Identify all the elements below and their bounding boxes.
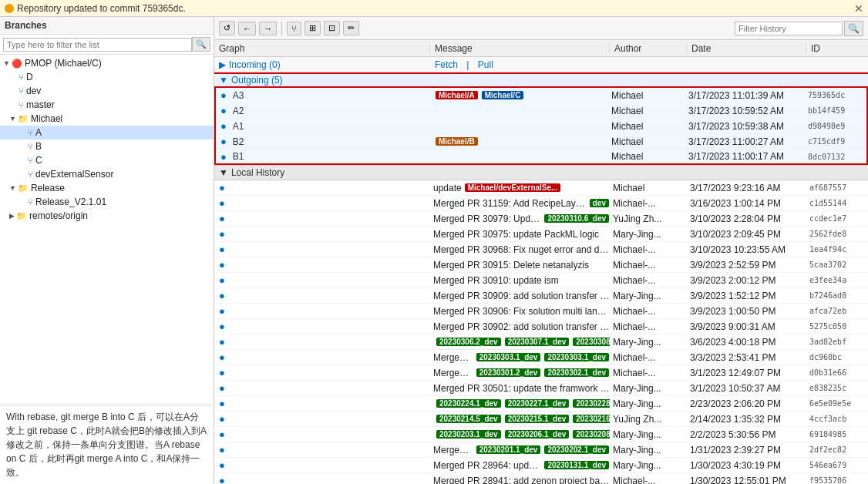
sidebar-item-devext[interactable]: ⑂ devExternalSensor xyxy=(0,167,214,181)
date-cell: 3/17/2023 11:00:17 AM xyxy=(685,151,805,162)
sidebar-item-release-v2[interactable]: ⑂ Release_V2.1.01 xyxy=(0,195,214,209)
branch-filter-input[interactable] xyxy=(3,38,192,52)
table-row[interactable]: ● A3 Michael/A Michael/C Michael 3/17/20… xyxy=(216,88,866,103)
expand-icon: ▶ xyxy=(9,212,15,220)
graph-cell: ● xyxy=(214,398,430,409)
author-cell: Mary-Jing... xyxy=(610,398,687,409)
table-row[interactable]: ● Merged PR 28941: add zenon project bac… xyxy=(214,473,868,484)
sidebar-item-d[interactable]: ⑂ D xyxy=(0,70,214,84)
branch-filter-button[interactable]: 🔍 xyxy=(192,37,210,52)
id-cell: 69184985 xyxy=(806,430,868,439)
expand-icon: ▼ xyxy=(9,184,16,192)
table-row[interactable]: ● Merged PR 30902: add solution transfer… xyxy=(214,319,868,334)
table-row[interactable]: ● Merge... 20230214.5_dev 20230215.1_dev… xyxy=(214,412,868,427)
close-button[interactable]: ✕ xyxy=(854,3,863,14)
branch-tag: 20230303.1_dev xyxy=(476,353,541,361)
incoming-expand[interactable]: ▶ Incoming (0) xyxy=(214,59,430,70)
table-row[interactable]: ● B2 Michael/B Michael 3/17/2023 11:00:2… xyxy=(216,134,866,150)
grid-button[interactable]: ⊞ xyxy=(304,21,321,35)
date-cell: 3/10/2023 2:09:45 PM xyxy=(687,229,806,240)
table-row[interactable]: ● Merged PR 30968: Fix nuget error and d… xyxy=(214,242,868,257)
msg-cell: Merged PR 30902: add solution transfer f… xyxy=(430,321,610,332)
date-cell: 3/10/2023 10:23:55 AM xyxy=(687,244,806,255)
table-row[interactable]: ● Merged PR 30979: Update ism 20230310.6… xyxy=(214,211,868,227)
graph-cell: ● xyxy=(214,429,430,440)
branch-tag: 20230308.1_dev xyxy=(573,338,610,346)
date-cell: 3/17/2023 11:00:27 AM xyxy=(685,136,805,147)
graph-cell: ● xyxy=(214,351,430,363)
msg-cell: Merged PR 30975: update PackML logic xyxy=(430,229,610,240)
date-cell: 3/16/2023 1:00:14 PM xyxy=(687,198,806,209)
sidebar-item-michael-folder[interactable]: ▼ 📁 Michael xyxy=(0,112,214,126)
date-cell: 3/17/2023 11:01:39 AM xyxy=(685,90,805,101)
branch-icon: ⑂ xyxy=(19,86,24,96)
sidebar-item-a[interactable]: ⑂ A xyxy=(0,126,214,139)
id-cell: 546ea679 xyxy=(806,461,868,469)
table-row[interactable]: ● Merged PR 28964: update datamap 202301… xyxy=(214,458,868,473)
table-row[interactable]: ● Merged PR 29038: Add licenses 20230201… xyxy=(214,442,868,458)
graph-cell: ● A2 xyxy=(216,105,432,116)
sidebar-item-master[interactable]: ⑂ master xyxy=(0,98,214,112)
table-row[interactable]: ● Merged PR 30909: add solution transfer… xyxy=(214,288,868,304)
branch-tag: 20230214.5_dev xyxy=(436,415,501,423)
sidebar-item-remotes[interactable]: ▶ 📁 remotes/origin xyxy=(0,209,214,223)
grid2-button[interactable]: ⊡ xyxy=(324,21,340,35)
table-row[interactable]: ● Merged PR 30915: Delete netanalyzis Mi… xyxy=(214,257,868,273)
sidebar-item-release-folder[interactable]: ▼ 📁 Release xyxy=(0,181,214,195)
sidebar-tree: ▼ 🔴 PMOP (Michael/C) ⑂ D ⑂ dev ⑂ master xyxy=(0,55,214,405)
table-row[interactable]: ● B1 Michael 3/17/2023 11:00:17 AM 8dc07… xyxy=(216,150,866,165)
graph-cell: ● xyxy=(214,367,430,378)
title-bar-message: Repository updated to commit 759365dc. xyxy=(17,3,186,14)
table-row[interactable]: ● Merged PR 30975: update PackML logic M… xyxy=(214,227,868,242)
sidebar-item-b[interactable]: ⑂ B xyxy=(0,139,214,153)
commits-container: ▼ Outgoing (5) ● A3 Michael/A Michael/C xyxy=(214,72,868,484)
table-row[interactable]: ● Merge... 20230224.1_dev 20230227.1_dev… xyxy=(214,396,868,412)
graph-cell: ● xyxy=(214,444,430,455)
msg-cell: update Michael/devExternalSe... xyxy=(430,183,610,193)
id-cell: 3ad82ebf xyxy=(806,338,868,346)
pull-link[interactable]: Pull xyxy=(478,59,493,70)
table-row[interactable]: ● update Michael/devExternalSe... Michae… xyxy=(214,180,868,196)
sidebar-item-c[interactable]: ⑂ C xyxy=(0,153,214,167)
table-row[interactable]: ● Merged PR 30503: Support so... 2023030… xyxy=(214,365,868,381)
folder-icon: 📁 xyxy=(16,211,27,221)
col-header-id: ID xyxy=(806,43,868,54)
msg-cell: Merged PR 30577: update fra... 20230303.… xyxy=(430,352,610,363)
sidebar: Branches 🔍 ▼ 🔴 PMOP (Michael/C) ⑂ D ⑂ de… xyxy=(0,17,214,484)
branch-tag: Michael/C xyxy=(482,91,524,99)
table-row[interactable]: ● Merge... 20230203.1_dev 20230206.1_dev… xyxy=(214,427,868,442)
table-row[interactable]: ● Merged PR 30501: update the framwork a… xyxy=(214,381,868,396)
table-row[interactable]: ● A1 Michael 3/17/2023 10:59:38 AM d9849… xyxy=(216,119,866,134)
table-row[interactable]: ● Merged PR 30906: Fix solution multi la… xyxy=(214,304,868,319)
forward-button[interactable]: → xyxy=(259,22,277,35)
table-row[interactable]: ● A2 Michael 3/17/2023 10:59:52 AM bb14f… xyxy=(216,103,866,119)
author-cell: Michael-... xyxy=(610,352,687,363)
filter-history-button[interactable]: 🔍 xyxy=(844,21,863,36)
outgoing-expand[interactable]: ▼ Outgoing (5) xyxy=(214,75,430,86)
id-cell: 8dc07132 xyxy=(805,153,866,161)
graph-cell: ● xyxy=(214,290,430,301)
branch-tag: 20230208.1_dev xyxy=(573,430,610,439)
graph-cell: ● xyxy=(214,305,430,317)
branch-icon: ⑂ xyxy=(19,100,24,109)
msg-cell: Michael/B xyxy=(432,137,608,146)
graph-cell: ● xyxy=(214,244,430,255)
branch-icon: ⑂ xyxy=(28,142,33,151)
msg-cell: Merged PR 30910: update ism xyxy=(430,275,610,286)
table-row[interactable]: ● Merged PR 31159: Add RecipeLayout WPF … xyxy=(214,196,868,211)
edit-button[interactable]: ✏ xyxy=(343,21,359,35)
sidebar-item-dev[interactable]: ⑂ dev xyxy=(0,84,214,98)
filter-history-input[interactable] xyxy=(735,22,843,35)
fetch-link[interactable]: Fetch xyxy=(435,59,458,70)
table-row[interactable]: ● Merged PR 30577: update fra... 2023030… xyxy=(214,350,868,365)
author-cell: Mary-Jing... xyxy=(610,460,687,471)
date-cell: 3/9/2023 2:00:12 PM xyxy=(687,275,806,286)
refresh-button[interactable]: ↺ xyxy=(219,21,235,35)
back-button[interactable]: ← xyxy=(238,22,256,35)
branch-tag: Michael/B xyxy=(436,137,478,146)
table-row[interactable]: ● Merge... 20230306.2_dev 20230307.1_dev… xyxy=(214,334,868,350)
branch-button[interactable]: ⑂ xyxy=(287,22,301,35)
sidebar-item-pmop[interactable]: ▼ 🔴 PMOP (Michael/C) xyxy=(0,56,214,70)
table-row[interactable]: ● Merged PR 30910: update ism Michael-..… xyxy=(214,273,868,288)
msg-cell: Merge... 20230214.5_dev 20230215.1_dev 2… xyxy=(430,414,610,425)
